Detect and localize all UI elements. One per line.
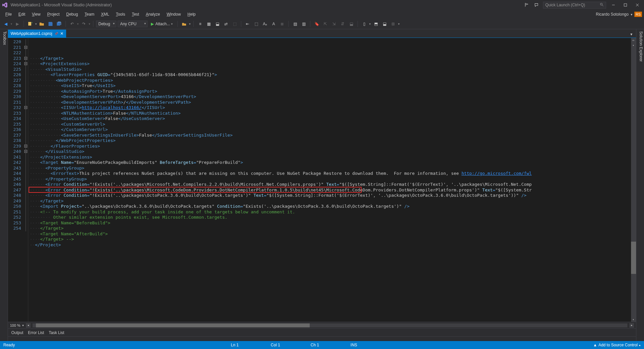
nav-back-button[interactable]: ◀	[2, 20, 9, 28]
toolbar-icon-f[interactable]: ⇤	[244, 20, 251, 28]
vertical-scrollbar[interactable]: ▭ ▴ ▾	[631, 38, 636, 322]
svg-rect-3	[624, 4, 627, 6]
config-selector[interactable]: Debug	[96, 21, 116, 27]
quick-launch-input[interactable]: Quick Launch (Ctrl+Q)	[543, 2, 606, 9]
svg-rect-6	[28, 22, 31, 26]
editor-area: WebApplication1.csproj 📌 ✕ ▾ 220 221 222…	[8, 29, 636, 341]
search-icon	[600, 3, 604, 8]
toolbar-icon-t[interactable]: ⊞	[389, 20, 397, 28]
menu-item-edit[interactable]: Edit	[15, 11, 29, 18]
status-ins: INS	[351, 343, 377, 347]
toolbar-icon-a[interactable]: ≡	[196, 20, 204, 28]
chevron-down-icon[interactable]: ▾	[22, 324, 24, 327]
toolbar-icon-n[interactable]: ⇲	[330, 20, 338, 28]
svg-line-1	[602, 5, 603, 6]
status-ch: Ch 1	[311, 343, 337, 347]
toolbar-icon-k[interactable]: ▤	[291, 20, 299, 28]
toolbar-icon-r[interactable]: ⬒	[372, 20, 379, 28]
bottom-tab-task-list[interactable]: Task List	[49, 330, 64, 335]
left-side-tabs: ToolboxTest Explorer	[0, 29, 8, 341]
scroll-left-button[interactable]: ◂	[26, 323, 31, 328]
save-button[interactable]	[47, 20, 54, 28]
line-number-gutter: 220 221 222 223 224 225 226 227 228 229 …	[8, 38, 24, 322]
bookmark-icon[interactable]: 🔖	[313, 20, 320, 28]
menu-bar: FileEditViewProjectDebugTeamXMLToolsTest…	[0, 10, 644, 19]
svg-text:+: +	[31, 21, 33, 24]
play-icon: ▶	[151, 22, 154, 26]
menu-item-xml[interactable]: XML	[98, 11, 113, 18]
toolbar-icon-m[interactable]: ⇱	[322, 20, 329, 28]
side-tab-solution-explorer[interactable]: Solution Explorer	[639, 31, 643, 339]
bottom-tool-tabs: OutputError ListTask List	[8, 328, 636, 336]
title-bar: WebApplication1 - Microsoft Visual Studi…	[0, 0, 644, 10]
code-content[interactable]: ····</Target>····<ProjectExtensions>····…	[28, 38, 631, 322]
menu-item-file[interactable]: File	[2, 11, 15, 18]
status-line: Ln 1	[231, 343, 258, 347]
close-icon[interactable]: ✕	[60, 31, 63, 36]
toolbar-icon-g[interactable]: ⬚	[253, 20, 260, 28]
menu-item-team[interactable]: Team	[81, 11, 98, 18]
status-bar: Ready Ln 1 Col 1 Ch 1 INS ▲ Add to Sourc…	[0, 341, 644, 349]
toolbar-icon-q[interactable]: ▯	[361, 20, 368, 28]
menu-item-debug[interactable]: Debug	[63, 11, 81, 18]
vs-logo-icon	[2, 2, 8, 8]
bottom-tab-output[interactable]: Output	[11, 330, 23, 335]
new-item-button[interactable]: +	[27, 20, 34, 28]
quick-launch-placeholder: Quick Launch (Ctrl+Q)	[545, 3, 585, 7]
maximize-button[interactable]	[621, 1, 630, 9]
side-tab-toolbox[interactable]: Toolbox	[2, 31, 7, 339]
zoom-level[interactable]: 100 %	[10, 323, 20, 327]
toolbar-icon-s[interactable]: ⬓	[381, 20, 388, 28]
toolbar-icon-l[interactable]: ▥	[300, 20, 307, 28]
save-all-button[interactable]	[55, 20, 63, 28]
editor-footer: 100 % ▾ ◂ ▸	[8, 322, 636, 328]
menu-item-tools[interactable]: Tools	[113, 11, 129, 18]
publish-icon: ▲	[593, 343, 597, 347]
menu-item-analyze[interactable]: Analyze	[143, 11, 163, 18]
menu-item-help[interactable]: Help	[184, 11, 199, 18]
user-initials-badge[interactable]: RS	[634, 12, 642, 17]
toolbar-icon-d[interactable]: ⇄	[222, 20, 230, 28]
scroll-split-icon[interactable]: ▭	[631, 38, 636, 43]
nav-fwd-button[interactable]: ▶	[14, 20, 21, 28]
code-editor[interactable]: 220 221 222 223 224 225 226 227 228 229 …	[8, 38, 636, 322]
fold-column[interactable]: −−−−−−	[24, 38, 28, 322]
source-control-button[interactable]: ▲ Add to Source Control ▴	[593, 343, 641, 347]
platform-selector[interactable]: Any CPU	[118, 21, 148, 27]
feedback-icon[interactable]	[533, 1, 540, 9]
tab-dropdown-icon[interactable]: ▾	[628, 31, 635, 38]
start-attach-button[interactable]: ▶ Attach... ▾	[149, 21, 175, 27]
main-toolbar: ◀ ▾ ▶ + ▾ ↶ ▾ ↷ ▾ Debug Any CPU ▶ Attach…	[0, 19, 644, 29]
right-side-tabs: Solution ExplorerTeam ExplorerNotificati…	[636, 29, 644, 341]
user-name[interactable]: Ricardo Sotolongo	[596, 12, 629, 17]
bottom-tab-error-list[interactable]: Error List	[28, 330, 44, 335]
menu-item-project[interactable]: Project	[44, 11, 63, 18]
toolbar-icon-h[interactable]: Aₐ	[261, 20, 268, 28]
document-tabs: WebApplication1.csproj 📌 ✕ ▾	[8, 29, 636, 38]
file-tab-label: WebApplication1.csproj	[11, 31, 52, 36]
notification-flag-icon[interactable]	[523, 1, 530, 9]
toolbar-icon-p[interactable]: ⬓	[348, 20, 355, 28]
status-col: Col 1	[271, 343, 297, 347]
redo-button[interactable]: ↷	[80, 20, 87, 28]
menu-item-view[interactable]: View	[29, 11, 44, 18]
undo-button[interactable]: ↶	[68, 20, 76, 28]
toolbar-icon-o[interactable]: ⇵	[339, 20, 346, 28]
status-ready: Ready	[3, 343, 15, 347]
toolbar-icon-j[interactable]: ≣	[278, 20, 286, 28]
menu-item-window[interactable]: Window	[163, 11, 184, 18]
file-tab-active[interactable]: WebApplication1.csproj 📌 ✕	[8, 30, 66, 38]
toolbar-icon-c[interactable]: ⬓	[214, 20, 221, 28]
horizontal-scrollbar[interactable]	[33, 323, 627, 327]
toolbar-icon-i[interactable]: A	[270, 20, 277, 28]
toolbar-icon-e[interactable]: ⬚	[231, 20, 238, 28]
pin-icon[interactable]: 📌	[54, 32, 58, 36]
chevron-down-icon[interactable]: ▾	[631, 13, 632, 16]
toolbar-icon-b[interactable]: ▦	[205, 20, 212, 28]
minimize-button[interactable]	[609, 1, 618, 9]
close-button[interactable]	[633, 1, 642, 9]
menu-item-test[interactable]: Test	[129, 11, 143, 18]
toolbar-icon[interactable]	[180, 20, 188, 28]
main-area: ToolboxTest Explorer WebApplication1.csp…	[0, 29, 644, 341]
open-button[interactable]	[38, 20, 46, 28]
